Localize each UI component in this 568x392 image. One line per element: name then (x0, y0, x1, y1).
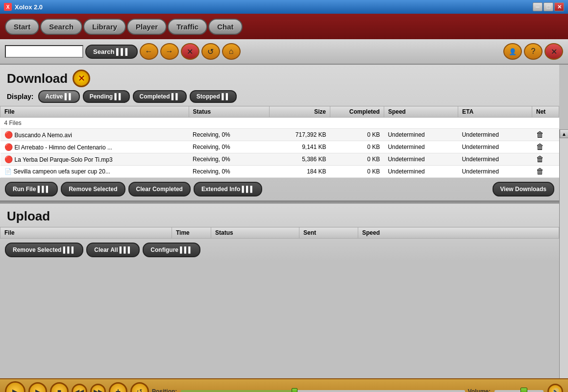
display-active-btn[interactable]: Active ▌▌ (38, 90, 79, 103)
file-status: Receiving, 0% (189, 141, 270, 153)
file-completed: 0 KB (330, 129, 384, 141)
download-table-container: File Status Size Completed Speed ETA Net… (0, 106, 559, 178)
col-completed: Completed (330, 106, 384, 118)
window-controls: ─ □ ✕ (533, 2, 564, 11)
home-button[interactable]: ⌂ (222, 43, 241, 60)
col-eta: ETA (458, 106, 532, 118)
position-label: Position: (152, 388, 177, 392)
file-icon: 📄 (4, 168, 12, 175)
file-completed: 0 KB (330, 166, 384, 178)
table-row: 📄Sevilla campeon uefa super cup 20... Re… (0, 166, 559, 178)
file-size: 717,392 KB (270, 129, 330, 141)
col-net: Net (532, 106, 559, 118)
position-thumb (292, 388, 297, 392)
search-button[interactable]: Search ▌▌▌ (85, 45, 138, 59)
file-size: 9,141 KB (270, 141, 330, 153)
file-eta: Undetermined (458, 153, 532, 166)
titlebar: X Xolox 2.0 ─ □ ✕ (0, 0, 568, 14)
download-header: Download ✕ (0, 65, 559, 90)
file-speed: Undetermined (384, 166, 458, 178)
volume-area: Volume: 🔊 (468, 384, 563, 392)
file-status: Receiving, 0% (189, 129, 270, 141)
search-input[interactable] (5, 45, 83, 58)
download-table: File Status Size Completed Speed ETA Net… (0, 106, 559, 178)
nav-library[interactable]: Library (83, 19, 126, 35)
refresh-button[interactable]: ↺ (201, 43, 220, 60)
file-speed: Undetermined (384, 153, 458, 166)
file-error-icon: 🔴 (4, 143, 13, 151)
volume-thumb (520, 388, 527, 392)
file-name: 🔴El Arrebato - Himno del Centenario ... (0, 141, 189, 153)
upload-table-container: File Time Status Sent Speed (0, 227, 559, 239)
file-speed: Undetermined (384, 129, 458, 141)
display-bar: Display: Active ▌▌ Pending ▌▌ Completed … (0, 90, 559, 106)
col-status: Status (189, 106, 270, 118)
file-eta: Undetermined (458, 166, 532, 178)
next-button[interactable]: ▶ (28, 382, 47, 392)
position-slider[interactable] (181, 390, 465, 392)
display-label: Display: (7, 93, 33, 100)
download-section: Download ✕ Display: Active ▌▌ Pending ▌▌… (0, 65, 559, 202)
file-net: 🗑 (532, 153, 559, 166)
mute-button[interactable]: 🔊 (547, 384, 563, 392)
extended-info-button[interactable]: Extended Info ▌▌▌ (194, 182, 262, 196)
add-button[interactable]: + (109, 382, 127, 392)
account-button[interactable]: 👤 (503, 43, 522, 60)
file-completed: 0 KB (330, 153, 384, 166)
file-size: 5,386 KB (270, 153, 330, 166)
minimize-button[interactable]: ─ (533, 2, 543, 11)
volume-slider[interactable] (494, 390, 543, 392)
file-name: 🔴Buscando A Nemo.avi (0, 129, 189, 141)
display-completed-btn[interactable]: Completed ▌▌ (133, 90, 187, 103)
file-name: 🔴La Yerba Del Parque-Solo Por Ti.mp3 (0, 153, 189, 166)
upload-table: File Time Status Sent Speed (0, 227, 559, 239)
upload-col-sent: Sent (299, 227, 358, 239)
configure-button[interactable]: Configure ▌▌▌ (143, 243, 200, 257)
forward-button[interactable]: → (160, 43, 179, 60)
file-speed: Undetermined (384, 141, 458, 153)
navbar: Start Search Library Player Traffic Chat (0, 14, 568, 39)
nav-start[interactable]: Start (5, 19, 39, 35)
stop-button[interactable]: ■ (50, 382, 69, 392)
display-pending-btn[interactable]: Pending ▌▌ (83, 90, 130, 103)
stop-button[interactable]: ✕ (181, 43, 199, 60)
nav-player[interactable]: Player (127, 19, 167, 35)
remove-selected-button[interactable]: Remove Selected (61, 182, 125, 196)
upload-clear-all-button[interactable]: Clear All ▌▌▌ (86, 243, 140, 257)
rewind-button[interactable]: ◀◀ (72, 384, 87, 392)
exit-button[interactable]: ✕ (544, 43, 563, 60)
upload-remove-selected-button[interactable]: Remove Selected ▌▌▌ (5, 243, 83, 257)
repeat-button[interactable]: ↺ (130, 382, 149, 392)
upload-col-file: File (0, 227, 172, 239)
upload-col-time: Time (172, 227, 211, 239)
scroll-track (560, 138, 568, 378)
toolbar-right: 👤 ? ✕ (503, 43, 563, 60)
display-stopped-btn[interactable]: Stopped ▌▌ (190, 90, 237, 103)
app-icon: X (4, 3, 12, 11)
toolbar: Search ▌▌▌ ← → ✕ ↺ ⌂ 👤 ? ✕ (0, 39, 568, 65)
clear-completed-button[interactable]: Clear Completed (128, 182, 191, 196)
help-button[interactable]: ? (524, 43, 543, 60)
file-status: Receiving, 0% (189, 166, 270, 178)
table-row: 🔴La Yerba Del Parque-Solo Por Ti.mp3 Rec… (0, 153, 559, 166)
maximize-button[interactable]: □ (543, 2, 553, 11)
play-button[interactable]: ▶ (5, 381, 25, 392)
scroll-up-button[interactable]: ▲ (560, 129, 568, 138)
close-button[interactable]: ✕ (554, 2, 564, 11)
file-net: 🗑 (532, 166, 559, 178)
file-eta: Undetermined (458, 141, 532, 153)
upload-col-status: Status (211, 227, 299, 239)
back-button[interactable]: ← (140, 43, 158, 60)
scrollbar[interactable]: ▲ ▼ (559, 129, 568, 378)
view-downloads-button[interactable]: View Downloads (493, 182, 554, 196)
upload-col-speed: Speed (358, 227, 559, 239)
file-name: 📄Sevilla campeon uefa super cup 20... (0, 166, 189, 178)
nav-traffic[interactable]: Traffic (168, 19, 207, 35)
fast-forward-button[interactable]: ▶▶ (90, 384, 106, 392)
run-file-button[interactable]: Run File ▌▌▌ (5, 182, 58, 196)
download-title: Download (7, 71, 68, 86)
nav-search[interactable]: Search (40, 19, 82, 35)
upload-action-bar: Remove Selected ▌▌▌ Clear All ▌▌▌ Config… (0, 239, 559, 261)
table-row: 🔴El Arrebato - Himno del Centenario ... … (0, 141, 559, 153)
nav-chat[interactable]: Chat (208, 19, 242, 35)
